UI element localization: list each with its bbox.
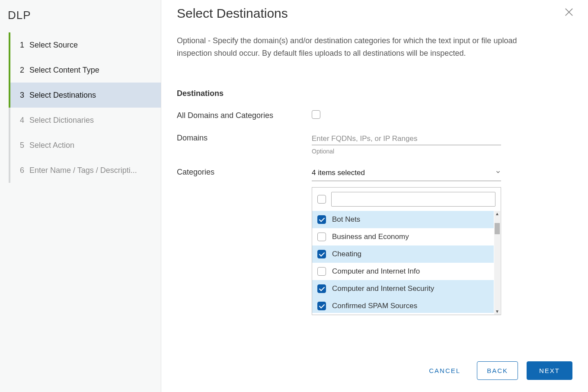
option-label: Cheating [332, 250, 361, 258]
option-business-economy[interactable]: Business and Economy [312, 228, 494, 245]
step-number: 6 [20, 166, 29, 175]
domains-helper: Optional [312, 148, 501, 155]
step-number: 1 [20, 41, 29, 50]
options-list: Bot Nets Business and Economy Cheating [312, 211, 494, 315]
option-label: Bot Nets [332, 215, 360, 224]
section-header-destinations: Destinations [177, 89, 572, 98]
scroll-down-icon[interactable]: ▼ [494, 309, 500, 315]
close-icon[interactable] [563, 6, 575, 18]
step-list: 1 Select Source 2 Select Content Type 3 … [9, 32, 161, 183]
option-spam-sources[interactable]: Confirmed SPAM Sources [312, 297, 494, 313]
step-number: 5 [20, 141, 29, 150]
row-domains: Domains Optional [177, 133, 572, 155]
page-description: Optional - Specify the domain(s) and/or … [177, 35, 540, 60]
dropdown-search-row [312, 188, 501, 211]
option-cheating[interactable]: Cheating [312, 245, 494, 263]
step-select-destinations[interactable]: 3 Select Destinations [10, 83, 161, 108]
step-label: Enter Name / Tags / Descripti... [29, 166, 137, 175]
step-number: 3 [20, 91, 29, 100]
step-select-content-type[interactable]: 2 Select Content Type [9, 57, 161, 83]
options-viewport: Bot Nets Business and Economy Cheating [312, 211, 501, 315]
step-label: Select Action [29, 141, 74, 150]
checkbox-option[interactable] [317, 215, 326, 224]
step-label: Select Content Type [29, 66, 99, 75]
label-categories: Categories [177, 167, 312, 177]
step-select-source[interactable]: 1 Select Source [9, 32, 161, 57]
label-all-domains: All Domains and Categories [177, 110, 312, 120]
checkbox-option[interactable] [317, 284, 326, 293]
sidebar-title: DLP [0, 5, 161, 32]
label-domains: Domains [177, 133, 312, 143]
step-enter-name[interactable]: 6 Enter Name / Tags / Descripti... [9, 158, 161, 183]
checkbox-option[interactable] [317, 233, 326, 241]
step-select-dictionaries[interactable]: 4 Select Dictionaries [9, 108, 161, 133]
step-label: Select Dictionaries [29, 116, 94, 125]
categories-dropdown: Bot Nets Business and Economy Cheating [312, 187, 501, 315]
page-title: Select Destinations [177, 6, 572, 21]
option-label: Computer and Internet Info [332, 267, 420, 276]
step-label: Select Destinations [29, 91, 96, 100]
main-panel: Select Destinations Optional - Specify t… [161, 0, 588, 392]
row-all-domains: All Domains and Categories [177, 110, 572, 121]
categories-select[interactable]: 4 items selected [312, 167, 501, 181]
checkbox-select-all[interactable] [317, 195, 326, 204]
categories-summary: 4 items selected [312, 169, 365, 177]
checkbox-all-domains[interactable] [312, 110, 320, 119]
option-bot-nets[interactable]: Bot Nets [312, 211, 494, 228]
chevron-down-icon [495, 169, 501, 177]
option-label: Business and Economy [332, 233, 409, 241]
wizard-sidebar: DLP 1 Select Source 2 Select Content Typ… [0, 0, 161, 392]
domains-input[interactable] [312, 133, 501, 145]
scroll-up-icon[interactable]: ▲ [494, 211, 500, 217]
step-select-action[interactable]: 5 Select Action [9, 133, 161, 158]
checkbox-option[interactable] [317, 250, 326, 258]
checkbox-option[interactable] [317, 302, 326, 310]
cancel-button[interactable]: CANCEL [421, 362, 468, 379]
option-label: Confirmed SPAM Sources [332, 302, 417, 310]
wizard-footer: CANCEL BACK NEXT [161, 354, 588, 392]
option-computer-security[interactable]: Computer and Internet Security [312, 280, 494, 297]
row-categories: Categories 4 items selected [177, 167, 572, 315]
scrollbar-track[interactable]: ▲ ▼ [494, 211, 500, 315]
scrollbar-thumb[interactable] [495, 223, 500, 234]
option-computer-info[interactable]: Computer and Internet Info [312, 263, 494, 280]
checkbox-option[interactable] [317, 267, 326, 276]
step-label: Select Source [29, 41, 78, 50]
back-button[interactable]: BACK [477, 361, 518, 380]
option-label: Computer and Internet Security [332, 284, 434, 293]
categories-search-input[interactable] [331, 192, 495, 207]
step-number: 2 [20, 66, 29, 75]
step-number: 4 [20, 116, 29, 125]
next-button[interactable]: NEXT [527, 361, 572, 380]
